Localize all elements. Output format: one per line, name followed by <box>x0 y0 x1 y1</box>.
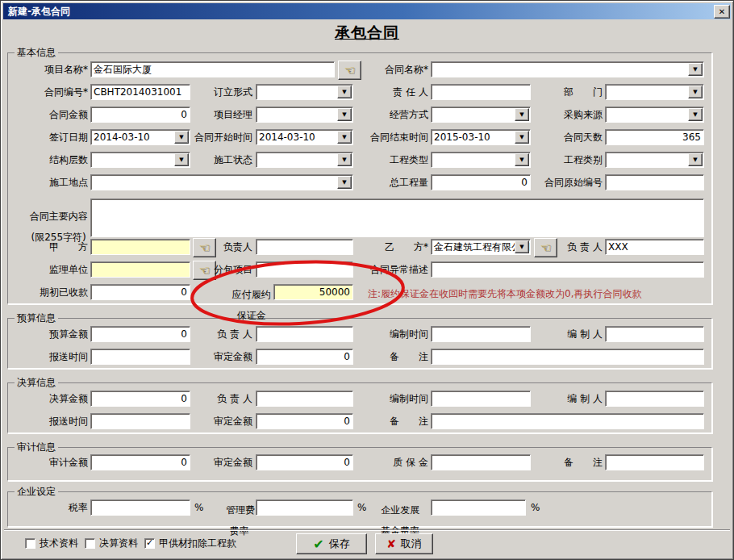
budget-remark-input[interactable] <box>431 349 704 365</box>
save-button[interactable]: ✔ 保存 <box>296 533 367 554</box>
title-bar: 新建-承包合同 <box>3 3 731 19</box>
dropdown-arrow-icon[interactable]: ▼ <box>688 153 703 166</box>
dropdown-arrow-icon[interactable]: ▼ <box>337 86 352 98</box>
form-type-combo[interactable]: ▼ <box>256 84 353 100</box>
project-manager-label: 项目经理 <box>194 107 252 123</box>
cancel-button[interactable]: ✘ 取消 <box>375 533 433 554</box>
dropdown-arrow-icon[interactable]: ▼ <box>515 108 529 121</box>
checkmark-icon: ✓ <box>146 537 153 548</box>
settlement-compiler-label: 编 制 人 <box>533 391 603 407</box>
audit-approved-input[interactable] <box>256 454 353 470</box>
party-b-picker-button[interactable]: ☜ <box>534 238 557 257</box>
project-type-combo[interactable]: ▼ <box>431 152 531 168</box>
abnormal-desc-input[interactable] <box>431 261 704 278</box>
checkbox-material-deduction[interactable]: ✓ <box>144 538 155 549</box>
project-category-combo[interactable]: ▼ <box>605 152 704 168</box>
contract-no-input[interactable] <box>90 84 190 100</box>
settlement-head-input[interactable] <box>256 391 353 407</box>
party-a-head-input[interactable] <box>256 239 353 255</box>
checkbox-tech-data[interactable] <box>25 538 35 549</box>
party-b-head-input[interactable] <box>605 239 704 255</box>
dropdown-arrow-icon[interactable]: ▼ <box>515 240 529 253</box>
performance-bond-label-line1: 应付履约 <box>232 289 271 300</box>
project-name-input[interactable] <box>90 61 335 77</box>
budget-remark-label: 备 注 <box>360 349 428 365</box>
responsible-label: 责 任 人 <box>360 84 428 100</box>
save-button-label: 保存 <box>329 537 350 551</box>
party-a-picker-button[interactable]: ☜ <box>193 238 216 257</box>
close-button[interactable]: ✕ <box>714 5 730 19</box>
dropdown-arrow-icon[interactable]: ▼ <box>688 63 703 76</box>
dropdown-arrow-icon[interactable]: ▼ <box>688 86 703 98</box>
settlement-approved-input[interactable] <box>256 413 353 429</box>
mgmt-fee-rate-input[interactable] <box>256 499 353 516</box>
construction-site-combo[interactable]: ▼ <box>90 174 353 190</box>
performance-bond-input[interactable] <box>273 284 353 300</box>
budget-submit-time-input[interactable] <box>90 349 190 365</box>
structure-floors-combo[interactable]: ▼ <box>90 152 190 168</box>
main-content-textarea[interactable] <box>90 199 704 237</box>
contract-name-combo[interactable]: ▼ <box>431 61 704 77</box>
dropdown-arrow-icon[interactable]: ▼ <box>174 153 189 166</box>
subproject-input[interactable] <box>256 261 353 278</box>
settlement-amount-label: 决算金额 <box>15 391 88 407</box>
purchase-source-label: 采购来源 <box>533 107 603 123</box>
dev-fund-rate-input[interactable] <box>431 499 526 516</box>
initial-received-input[interactable] <box>90 284 190 300</box>
budget-amount-input[interactable] <box>90 326 190 342</box>
dropdown-arrow-icon[interactable]: ▼ <box>337 131 352 144</box>
dropdown-arrow-icon[interactable]: ▼ <box>337 176 352 189</box>
supervisor-input[interactable] <box>90 261 190 278</box>
party-b-combo[interactable]: 金石建筑工程有限公司 ▼ <box>431 239 531 255</box>
settlement-amount-input[interactable] <box>90 391 190 407</box>
settlement-compile-time-input[interactable] <box>431 391 531 407</box>
start-date-combo[interactable]: 2014-03-10 ▼ <box>256 129 353 145</box>
party-a-head-label: 负责人 <box>217 239 252 255</box>
audit-amount-input[interactable] <box>90 454 190 470</box>
checkbox-settlement-data[interactable] <box>85 538 95 549</box>
contract-days-label: 合同天数 <box>533 129 603 145</box>
construction-status-combo[interactable]: ▼ <box>256 152 353 168</box>
hand-picker-icon: ☜ <box>344 63 355 77</box>
cancel-x-icon: ✘ <box>386 537 396 550</box>
budget-approved-input[interactable] <box>256 349 353 365</box>
end-date-combo[interactable]: 2015-03-10 ▼ <box>431 129 531 145</box>
original-no-input[interactable] <box>605 174 704 190</box>
dropdown-arrow-icon[interactable]: ▼ <box>337 108 352 121</box>
save-check-icon: ✔ <box>313 537 323 552</box>
dropdown-arrow-icon[interactable]: ▼ <box>515 131 529 144</box>
project-name-picker-button[interactable]: ☜ <box>338 61 361 80</box>
settlement-remark-input[interactable] <box>431 413 704 429</box>
project-manager-combo[interactable]: ▼ <box>256 107 353 123</box>
responsible-input[interactable] <box>431 84 531 100</box>
department-combo[interactable]: ▼ <box>605 84 704 100</box>
business-mode-combo[interactable]: ▼ <box>431 107 531 123</box>
settlement-submit-time-input[interactable] <box>90 413 190 429</box>
dev-fund-percent: % <box>531 499 540 516</box>
total-quantity-input[interactable] <box>431 174 531 190</box>
dialog-new-contract: 新建-承包合同 ✕ 承包合同 基本信息 预算信息 决算信息 审计信息 企业设定 … <box>0 0 734 560</box>
contract-days-input[interactable] <box>605 129 704 145</box>
budget-head-input[interactable] <box>256 326 353 342</box>
budget-compiler-input[interactable] <box>605 326 704 342</box>
settlement-compiler-input[interactable] <box>605 391 704 407</box>
supervisor-picker-button[interactable]: ☜ <box>193 261 216 280</box>
dropdown-arrow-icon[interactable]: ▼ <box>515 153 529 166</box>
sign-date-combo[interactable]: 2014-03-10 ▼ <box>90 129 190 145</box>
party-a-input[interactable] <box>90 239 190 255</box>
contract-amount-label: 合同金额 <box>15 107 88 123</box>
warranty-deposit-input[interactable] <box>431 454 531 470</box>
purchase-source-combo[interactable]: ▼ <box>605 107 704 123</box>
contract-amount-input[interactable] <box>90 107 190 123</box>
audit-remark-input[interactable] <box>605 454 704 470</box>
dropdown-arrow-icon[interactable]: ▼ <box>337 153 352 166</box>
audit-amount-label: 审计金额 <box>15 454 88 470</box>
hand-picker-icon: ☜ <box>540 240 551 255</box>
dropdown-arrow-icon[interactable]: ▼ <box>688 108 703 121</box>
supervisor-label: 监理单位 <box>15 261 88 278</box>
budget-compile-time-input[interactable] <box>431 326 531 342</box>
dropdown-arrow-icon[interactable]: ▼ <box>174 131 189 144</box>
party-b-head-label: 负 责 人 <box>557 239 603 255</box>
audit-approved-label: 审定金额 <box>194 454 252 470</box>
tax-rate-input[interactable] <box>90 499 190 516</box>
